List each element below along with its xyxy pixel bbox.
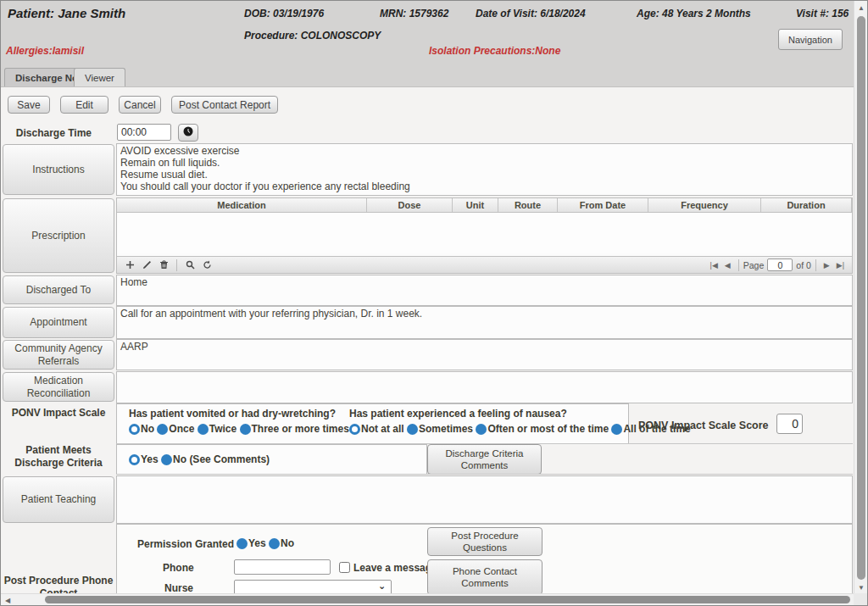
discharge-time-label: Discharge Time xyxy=(3,127,92,139)
radio-option-twice[interactable]: Twice xyxy=(198,423,236,435)
post-contact-report-button[interactable]: Post Contact Report xyxy=(171,96,278,114)
cancel-button[interactable]: Cancel xyxy=(119,96,161,114)
section-label-discharged-to: Discharged To xyxy=(3,275,114,304)
discharged-to-field[interactable]: Home xyxy=(116,275,853,306)
date-of-visit: Date of Visit: 6/18/2024 xyxy=(476,8,586,19)
prescription-grid-header: Medication Dose Unit Route From Date Fre… xyxy=(117,198,852,213)
radio-option-yes[interactable]: Yes xyxy=(129,453,159,465)
first-page-icon[interactable]: |◀ xyxy=(710,261,718,270)
radio-icon[interactable] xyxy=(407,424,418,435)
radio-icon[interactable] xyxy=(157,424,168,435)
pager-separator xyxy=(815,259,816,271)
radio-icon[interactable] xyxy=(236,538,248,549)
column-header-frequency[interactable]: Frequency xyxy=(648,198,761,212)
appointment-field[interactable]: Call for an appointment with your referr… xyxy=(116,306,853,339)
ponv-questions-box: Has patient vomited or had dry-wretching… xyxy=(116,403,629,444)
prescription-grid-body xyxy=(117,213,852,253)
scroll-down-icon[interactable]: ▼ xyxy=(858,584,865,592)
search-icon[interactable] xyxy=(183,259,197,272)
radio-option-no-see-comments[interactable]: No (See Comments) xyxy=(161,453,270,465)
phone-contact-comments-button[interactable]: Phone Contact Comments xyxy=(427,559,542,595)
radio-option-often[interactable]: Often or most of the time xyxy=(476,423,609,435)
prescription-pager: |◀ ◀ Page of 0 ▶ ▶| xyxy=(117,256,852,273)
page-label: Page xyxy=(743,260,765,270)
vertical-scrollbar-thumb[interactable] xyxy=(857,16,865,580)
add-row-icon[interactable] xyxy=(123,259,136,272)
permission-granted-label: Permission Granted xyxy=(137,538,234,550)
radio-option-three-or-more[interactable]: Three or more times xyxy=(240,423,349,435)
community-agency-referrals-field[interactable]: AARP xyxy=(116,339,853,370)
delete-row-icon[interactable] xyxy=(157,259,170,272)
ponv-score-label: PONV Impact Scale Score xyxy=(638,420,772,431)
scroll-up-icon[interactable]: ▲ xyxy=(858,4,865,12)
section-label-appointment: Appointment xyxy=(3,307,114,338)
pager-separator xyxy=(738,259,739,271)
allergies: Allergies:lamisil xyxy=(6,45,84,57)
scroll-left-icon[interactable]: ◀ xyxy=(5,597,10,604)
radio-icon[interactable] xyxy=(349,424,360,435)
column-header-medication[interactable]: Medication xyxy=(117,198,367,212)
vertical-scrollbar[interactable]: ▲ ▼ xyxy=(854,1,867,595)
radio-icon[interactable] xyxy=(129,424,140,435)
patient-age: Age: 48 Years 2 Months xyxy=(637,8,751,19)
prev-page-icon[interactable]: ◀ xyxy=(725,261,731,270)
column-header-unit[interactable]: Unit xyxy=(453,198,498,212)
refresh-icon[interactable] xyxy=(200,259,214,272)
tab-bar: Discharge Notes Viewer xyxy=(1,67,854,87)
radio-icon[interactable] xyxy=(240,424,251,435)
section-label-community-agency-referrals: Community Agency Referrals xyxy=(3,340,114,370)
column-header-from-date[interactable]: From Date xyxy=(558,198,648,212)
post-procedure-questions-button[interactable]: Post Procedure Questions xyxy=(427,527,542,556)
visit-number: Visit #: 156 xyxy=(796,8,849,19)
edit-button[interactable]: Edit xyxy=(60,96,108,114)
patient-dob: DOB: 03/19/1976 xyxy=(244,8,324,19)
clock-icon xyxy=(183,127,193,139)
discharge-time-clock-button[interactable] xyxy=(178,124,198,142)
column-header-dose[interactable]: Dose xyxy=(367,198,453,212)
edit-row-icon[interactable] xyxy=(140,259,153,272)
page-count-label: of 0 xyxy=(796,260,811,270)
radio-option-not-at-all[interactable]: Not at all xyxy=(349,423,404,435)
patient-name: Patient: Jane Smith xyxy=(8,6,125,20)
radio-icon[interactable] xyxy=(161,454,172,465)
radio-option-permission-yes[interactable]: Yes xyxy=(236,537,266,549)
leave-a-message-checkbox[interactable] xyxy=(339,562,350,573)
discharge-notes-screen: Patient: Jane Smith DOB: 03/19/1976 MRN:… xyxy=(0,0,868,606)
radio-icon[interactable] xyxy=(269,538,280,549)
tab-viewer[interactable]: Viewer xyxy=(74,68,125,86)
nurse-label: Nurse xyxy=(164,582,193,594)
discharge-time-input[interactable] xyxy=(117,124,171,141)
column-header-route[interactable]: Route xyxy=(498,198,558,212)
horizontal-scrollbar-thumb[interactable] xyxy=(45,596,850,603)
pager-separator xyxy=(176,259,177,271)
column-header-duration[interactable]: Duration xyxy=(761,198,852,212)
instructions-field[interactable]: AVOID excessive exercise Remain on full … xyxy=(116,143,853,196)
patient-teaching-field[interactable] xyxy=(116,475,853,524)
content-area: Save Edit Cancel Post Contact Report Dis… xyxy=(1,87,855,595)
radio-icon[interactable] xyxy=(129,454,140,465)
last-page-icon[interactable]: ▶| xyxy=(837,261,844,270)
isolation-precautions: Isolation Precautions:None xyxy=(429,45,560,57)
discharge-criteria-comments-button[interactable]: Discharge Criteria Comments xyxy=(427,444,542,475)
horizontal-scrollbar[interactable]: ◀ xyxy=(1,593,855,605)
next-page-icon[interactable]: ▶ xyxy=(824,261,830,270)
patient-mrn: MRN: 1579362 xyxy=(380,8,448,19)
radio-option-sometimes[interactable]: Sometimes xyxy=(407,423,473,435)
radio-option-permission-no[interactable]: No xyxy=(269,537,294,549)
scrollbar-corner xyxy=(854,593,867,605)
phone-input[interactable] xyxy=(234,559,331,575)
radio-icon[interactable] xyxy=(611,424,622,435)
ponv-score-input[interactable] xyxy=(776,414,803,434)
phone-label: Phone xyxy=(163,562,194,574)
medication-reconciliation-field[interactable] xyxy=(116,371,853,403)
radio-icon[interactable] xyxy=(198,424,209,435)
radio-option-no[interactable]: No xyxy=(129,423,154,435)
page-number-input[interactable] xyxy=(767,259,793,271)
section-label-patient-teaching: Patient Teaching xyxy=(3,476,114,523)
navigation-button[interactable]: Navigation xyxy=(778,29,843,50)
procedure: Procedure: COLONOSCOPY xyxy=(244,30,381,42)
radio-icon[interactable] xyxy=(476,424,487,435)
save-button[interactable]: Save xyxy=(8,96,50,114)
section-label-prescription: Prescription xyxy=(3,198,114,273)
radio-option-once[interactable]: Once xyxy=(157,423,194,435)
